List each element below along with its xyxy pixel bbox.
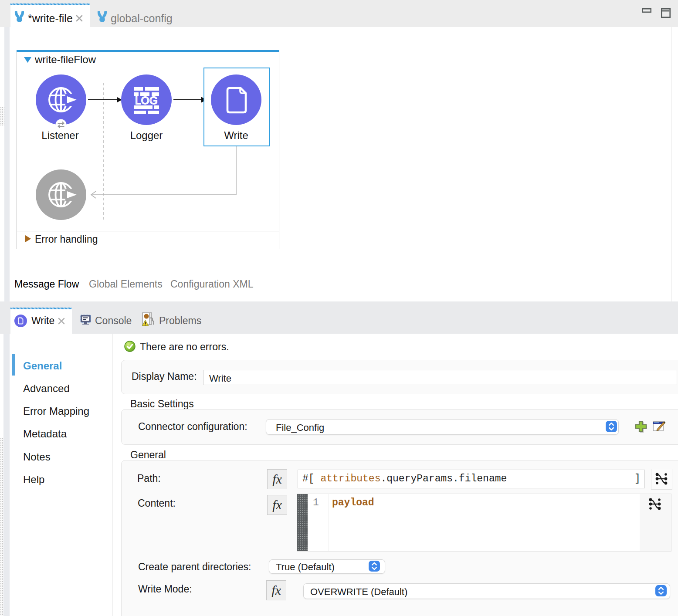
svg-text:Error handling: Error handling xyxy=(35,234,98,245)
svg-text:Listener: Listener xyxy=(41,129,78,141)
svg-text:LOG: LOG xyxy=(135,95,158,106)
svg-text:write-fileFlow: write-fileFlow xyxy=(34,54,96,65)
svg-text:Write: Write xyxy=(224,129,248,141)
svg-text:Logger: Logger xyxy=(130,129,163,141)
